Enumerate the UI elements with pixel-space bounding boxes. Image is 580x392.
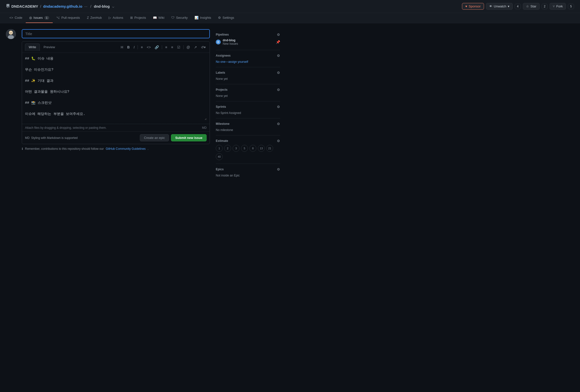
tab-preview[interactable]: Preview	[40, 43, 59, 51]
star-button[interactable]: ☆ Star	[523, 3, 540, 10]
editor-body: ## 🐛 이슈 내용 무슨 이슈인가요? ## ✨ 기대 결과 어떤 결과물을 …	[22, 53, 210, 124]
nav-item-zenhub[interactable]: Z ZenHub	[83, 13, 105, 23]
estimate-gear-icon[interactable]: ⚙	[277, 139, 280, 143]
org-name[interactable]: DNDACADEMY	[11, 4, 38, 8]
markdown-label: MD Styling with Markdown is supported	[25, 136, 78, 140]
ellipsis: ···	[84, 4, 88, 8]
milestone-gear-icon[interactable]: ⚙	[277, 122, 280, 126]
estimate-badge-1[interactable]: 1	[216, 145, 223, 152]
nav-item-issues[interactable]: ◎ Issues 1	[26, 13, 53, 23]
assignees-gear-icon[interactable]: ⚙	[277, 54, 280, 58]
sprints-gear-icon[interactable]: ⚙	[277, 105, 280, 109]
issue-form: Write Preview H B I ≡ <> 🔗 ≡ ≡ ☑ @	[22, 29, 210, 181]
sidebar-estimate: Estimate ⚙ 12358132140	[216, 135, 280, 164]
issues-badge: 1	[44, 16, 49, 19]
toolbar-quote-btn[interactable]: ≡	[140, 45, 144, 50]
eye-icon: 👁	[489, 4, 492, 8]
toolbar-code-btn[interactable]: <>	[146, 45, 152, 50]
sprints-value: No Sprint Assigned	[216, 111, 241, 115]
pipeline-user: D dnd-blog New Issues 📌	[216, 39, 280, 45]
settings-icon: ⚙	[218, 16, 221, 19]
toolbar-divider-2	[162, 45, 162, 49]
assignees-value[interactable]: No one—assign yourself	[216, 60, 248, 64]
milestone-title: Milestone	[216, 122, 229, 126]
toolbar-task-list-btn[interactable]: ☑	[176, 45, 181, 50]
wiki-icon: 📖	[153, 16, 157, 19]
submit-issue-button[interactable]: Submit new issue	[171, 134, 207, 141]
issue-body-textarea[interactable]: ## 🐛 이슈 내용 무슨 이슈인가요? ## ✨ 기대 결과 어떤 결과물을 …	[25, 56, 207, 120]
epics-value: Not inside an Epic	[216, 174, 240, 177]
assignees-title: Assignees	[216, 54, 231, 57]
estimate-badge-3[interactable]: 3	[233, 145, 240, 152]
pipeline-pin-icon[interactable]: 📌	[276, 40, 280, 44]
pipeline-name: dnd-blog	[223, 39, 238, 42]
org-link[interactable]: dndacademy.github.io	[43, 4, 82, 8]
toolbar-mention-btn[interactable]: @	[186, 45, 191, 50]
estimate-badge-40[interactable]: 40	[216, 153, 223, 160]
avatar-column	[6, 29, 16, 181]
sidebar-assignees: Assignees ⚙ No one—assign yourself	[216, 50, 280, 67]
svg-point-3	[9, 31, 13, 35]
insights-icon: 📊	[194, 16, 198, 19]
sprints-header: Sprints ⚙	[216, 105, 280, 109]
toolbar-heading-btn[interactable]: H	[120, 45, 124, 50]
toolbar-undo-btn[interactable]: ↺▾	[200, 45, 207, 50]
epics-gear-icon[interactable]: ⚙	[277, 167, 280, 171]
sponsor-button[interactable]: ♥ Sponsor	[462, 3, 484, 10]
editor-container: Write Preview H B I ≡ <> 🔗 ≡ ≡ ☑ @	[22, 41, 210, 144]
nav-item-security[interactable]: 🛡 Security	[168, 13, 191, 23]
estimate-badge-5[interactable]: 5	[241, 145, 248, 152]
heart-icon: ♥	[465, 4, 467, 8]
nav-item-projects[interactable]: ⊞ Projects	[127, 13, 149, 23]
code-icon: <>	[9, 16, 13, 19]
create-epic-button[interactable]: Create an epic	[140, 134, 169, 141]
estimate-badge-8[interactable]: 8	[249, 145, 256, 152]
labels-gear-icon[interactable]: ⚙	[277, 71, 280, 75]
repo-dropdown-icon[interactable]: ⌵	[112, 4, 114, 9]
toolbar-bold-btn[interactable]: B	[126, 45, 131, 50]
sidebar-milestone: Milestone ⚙ No milestone	[216, 118, 280, 135]
pipelines-gear-icon[interactable]: ⚙	[277, 33, 280, 37]
fork-count: 5	[568, 4, 574, 9]
issue-title-input[interactable]	[22, 29, 210, 38]
toolbar-divider-1	[138, 45, 138, 49]
pipelines-title: Pipelines	[216, 33, 229, 36]
nav-item-settings[interactable]: ⚙ Settings	[215, 13, 238, 23]
tab-write[interactable]: Write	[25, 43, 40, 51]
toolbar-italic-btn[interactable]: I	[133, 45, 136, 50]
estimate-badge-21[interactable]: 21	[266, 145, 273, 152]
notice-text: Remember, contributions to this reposito…	[25, 147, 104, 151]
fork-button[interactable]: ⑂ Fork	[550, 3, 566, 10]
toolbar-reference-btn[interactable]: ↗	[193, 45, 198, 50]
unwatch-button[interactable]: 👁 Unwatch ▾	[486, 3, 513, 10]
estimate-badge-13[interactable]: 13	[258, 145, 265, 152]
projects-gear-icon[interactable]: ⚙	[277, 88, 280, 92]
community-guidelines-link[interactable]: GitHub Community Guidelines	[106, 147, 145, 151]
nav-item-insights[interactable]: 📊 Insights	[191, 13, 215, 23]
sidebar-pipelines: Pipelines ⚙ D dnd-blog New Issues 📌	[216, 29, 280, 50]
milestone-value: No milestone	[216, 128, 233, 132]
labels-value: None yet	[216, 77, 228, 81]
fork-icon: ⑂	[553, 4, 555, 8]
sidebar-epics: Epics ⚙ Not inside an Epic	[216, 164, 280, 181]
estimate-list: 12358132140	[216, 145, 280, 160]
top-bar-actions: ♥ Sponsor 👁 Unwatch ▾ 4 ☆ Star 2 ⑂ Fork …	[462, 3, 574, 10]
info-icon: ℹ	[22, 147, 23, 151]
editor-tabs: Write Preview	[25, 43, 59, 51]
toolbar-ordered-list-btn[interactable]: ≡	[170, 45, 174, 50]
repo-breadcrumb: DNDACADEMY / dndacademy.github.io ··· / …	[6, 4, 114, 9]
estimate-badge-2[interactable]: 2	[224, 145, 231, 152]
projects-icon: ⊞	[130, 16, 133, 19]
nav-item-wiki[interactable]: 📖 Wiki	[149, 13, 168, 23]
projects-header: Projects ⚙	[216, 88, 280, 92]
projects-title: Projects	[216, 88, 227, 92]
pipeline-stage: New Issues	[223, 42, 238, 45]
markdown-icon: MD	[202, 126, 207, 129]
nav-item-pull-requests[interactable]: ⌥ Pull requests	[53, 13, 83, 23]
markdown-logo: MD	[25, 136, 30, 140]
toolbar-unordered-list-btn[interactable]: ≡	[164, 45, 168, 50]
nav-item-actions[interactable]: ▷ Actions	[105, 13, 127, 23]
assignees-header: Assignees ⚙	[216, 54, 280, 58]
nav-item-code[interactable]: <> Code	[6, 13, 26, 23]
toolbar-link-btn[interactable]: 🔗	[154, 45, 160, 50]
